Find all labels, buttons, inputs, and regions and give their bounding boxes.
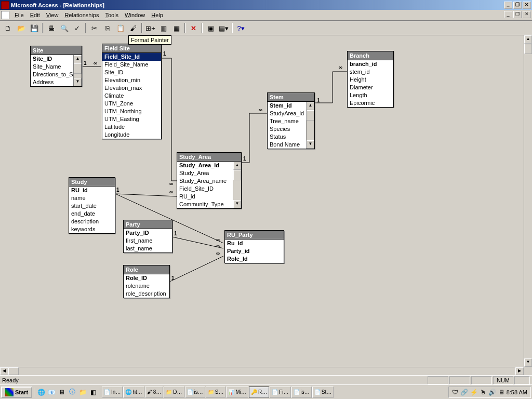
scrollbar[interactable]: ▲▼ xyxy=(73,55,82,86)
close-button[interactable]: ✕ xyxy=(523,2,531,9)
save-icon[interactable]: 💾 xyxy=(28,22,40,34)
field-item[interactable]: Party_ID xyxy=(124,229,172,237)
scrollbar[interactable]: ▲▼ xyxy=(233,162,241,208)
field-item[interactable]: Elevation_min xyxy=(102,76,161,84)
table-study[interactable]: Study RU_id name start_date end_date des… xyxy=(69,177,115,234)
field-item[interactable]: Length xyxy=(348,91,393,99)
task-button[interactable]: 📁D… xyxy=(164,387,184,398)
field-item[interactable]: UTM_Northing xyxy=(102,108,161,115)
menu-relationships[interactable]: Relationships xyxy=(61,11,102,19)
field-item[interactable]: Field_Site_Id xyxy=(102,53,161,61)
tray-icon[interactable]: 🛡 xyxy=(452,389,458,396)
task-button[interactable]: 📄In… xyxy=(102,387,123,398)
cut-icon[interactable]: ✂ xyxy=(88,22,100,34)
field-item[interactable]: Field_Site_ID xyxy=(177,185,233,193)
show-direct-icon[interactable]: ▥ xyxy=(157,22,169,34)
field-item[interactable]: Ru_id xyxy=(225,240,284,247)
menu-window[interactable]: Window xyxy=(122,11,148,19)
table-title[interactable]: Field Site xyxy=(102,44,161,53)
tray-icon[interactable]: 🖱 xyxy=(480,389,486,396)
table-party[interactable]: Party Party_ID first_name last_name xyxy=(123,220,172,253)
table-title[interactable]: Branch xyxy=(348,51,393,60)
field-item[interactable]: name xyxy=(69,194,115,202)
field-item[interactable]: RU_id xyxy=(177,193,233,201)
table-study-area[interactable]: Study_Area Study_Area_id Study_Area Stud… xyxy=(177,152,242,209)
field-item[interactable]: Directions_to_Si xyxy=(31,71,73,78)
mdi-close-button[interactable]: ✕ xyxy=(523,11,531,18)
field-item[interactable]: Longitude xyxy=(102,131,161,139)
table-site[interactable]: Site Site_ID Site_Name Directions_to_Si … xyxy=(30,46,82,87)
info-icon[interactable]: ⓘ xyxy=(68,388,77,397)
table-title[interactable]: Role xyxy=(124,265,169,274)
field-item[interactable]: Site_ID xyxy=(31,55,73,63)
field-item[interactable]: Site_Name xyxy=(31,63,73,71)
new-icon[interactable]: 🗋 xyxy=(2,22,14,34)
spelling-icon[interactable]: ✓ xyxy=(71,22,83,34)
field-item[interactable]: Latitude xyxy=(102,123,161,131)
field-item[interactable]: start_date xyxy=(69,202,115,210)
field-item[interactable]: Stem_id xyxy=(268,102,306,110)
field-item[interactable]: UTM_Zone xyxy=(102,100,161,108)
open-icon[interactable]: 📂 xyxy=(15,22,27,34)
field-item[interactable]: StudyArea_id xyxy=(268,110,306,117)
task-button[interactable]: 📄Fi… xyxy=(270,387,290,398)
scrollbar[interactable]: ▲▼ xyxy=(306,102,314,149)
field-item[interactable]: Role_Id xyxy=(225,255,284,263)
tray-icon[interactable]: 🔊 xyxy=(488,389,496,396)
desktop-icon[interactable]: 🖥 xyxy=(57,388,66,397)
table-branch[interactable]: Branch branch_id stem_id Height Diameter… xyxy=(347,51,394,108)
table-field-site[interactable]: Field Site Field_Site_Id Field_Site_Name… xyxy=(102,44,162,139)
clear-layout-icon[interactable]: ✕ xyxy=(188,22,200,34)
tray-icon[interactable]: ⚡ xyxy=(470,389,478,396)
copy-icon[interactable]: ⎘ xyxy=(101,22,113,34)
start-button[interactable]: Start xyxy=(1,387,32,398)
table-title[interactable]: RU_Party xyxy=(225,231,284,240)
field-item[interactable]: Party_id xyxy=(225,247,284,255)
preview-icon[interactable]: 🔍 xyxy=(58,22,70,34)
field-item[interactable]: UTM_Easting xyxy=(102,115,161,123)
field-item[interactable]: Site_ID xyxy=(102,69,161,76)
tray-icon[interactable]: 🔗 xyxy=(460,389,468,396)
mdi-minimize-button[interactable]: _ xyxy=(504,11,512,18)
field-item[interactable]: Study_Area_name xyxy=(177,177,233,185)
field-item[interactable]: Status xyxy=(268,133,306,141)
table-title[interactable]: Party xyxy=(124,220,172,229)
minimize-button[interactable]: _ xyxy=(504,2,512,9)
table-stem[interactable]: Stem Stem_id StudyArea_id Tree_name Spec… xyxy=(267,92,315,149)
field-item[interactable]: Diameter xyxy=(348,84,393,91)
canvas-hscroll[interactable]: ◀▶ xyxy=(0,367,524,375)
field-item[interactable]: rolename xyxy=(124,282,169,290)
menu-tools[interactable]: Tools xyxy=(102,11,122,19)
paste-icon[interactable]: 📋 xyxy=(114,22,126,34)
tray-time[interactable]: 8:58 AM xyxy=(507,389,527,395)
task-button[interactable]: 🖌8… xyxy=(145,387,164,398)
field-item[interactable]: stem_id xyxy=(348,68,393,76)
tray-icon[interactable]: 🖥 xyxy=(498,389,504,396)
task-button-active[interactable]: 🔑R… xyxy=(249,387,269,398)
field-item[interactable]: Field_Site_Name xyxy=(102,61,161,69)
database-window-icon[interactable]: ▣ xyxy=(205,22,217,34)
menu-edit[interactable]: Edit xyxy=(27,11,43,19)
task-button[interactable]: 📊Mi… xyxy=(226,387,248,398)
table-title[interactable]: Study xyxy=(69,178,115,187)
field-item[interactable]: description xyxy=(69,218,115,225)
field-item[interactable]: Study_Area xyxy=(177,169,233,177)
table-title[interactable]: Stem xyxy=(268,93,314,102)
format-painter-icon[interactable]: 🖌 xyxy=(127,22,139,34)
canvas-vscroll[interactable]: ▲▼ xyxy=(524,35,532,367)
field-item[interactable]: end_date xyxy=(69,210,115,218)
field-item[interactable]: Address xyxy=(31,78,73,86)
ie-icon[interactable]: 🌐 xyxy=(36,388,46,397)
field-item[interactable]: Height xyxy=(348,76,393,84)
menu-view[interactable]: View xyxy=(43,11,62,19)
help-icon[interactable]: ?▾ xyxy=(235,22,247,34)
table-ru-party[interactable]: RU_Party Ru_id Party_id Role_Id xyxy=(224,230,284,263)
field-item[interactable]: Species xyxy=(268,125,306,133)
task-button[interactable]: 📄is… xyxy=(185,387,205,398)
task-button[interactable]: 📄St… xyxy=(312,387,334,398)
table-title[interactable]: Site xyxy=(31,46,82,55)
new-object-icon[interactable]: ▤▾ xyxy=(218,22,230,34)
table-title[interactable]: Study_Area xyxy=(177,153,241,162)
menu-file[interactable]: File xyxy=(11,11,27,19)
show-all-icon[interactable]: ▦ xyxy=(170,22,182,34)
